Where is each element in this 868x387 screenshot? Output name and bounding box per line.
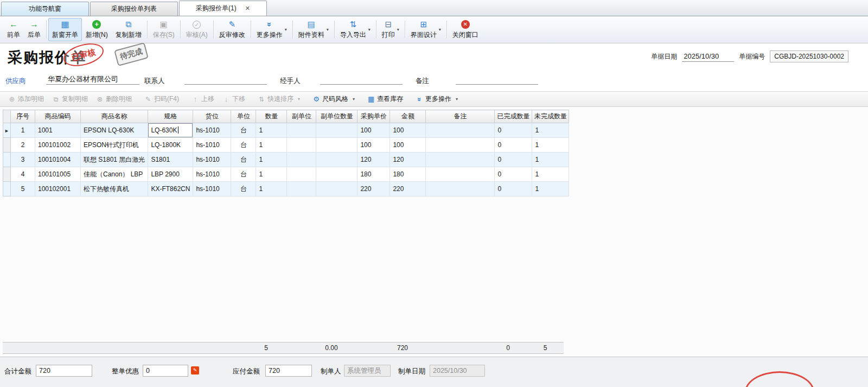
- table-cell[interactable]: 台: [231, 153, 256, 167]
- payable-amount-input[interactable]: 720: [265, 365, 312, 377]
- table-cell[interactable]: 180: [390, 167, 426, 182]
- column-header[interactable]: 商品编码: [35, 110, 81, 123]
- table-cell[interactable]: 120: [390, 153, 426, 167]
- table-cell[interactable]: 120: [358, 153, 390, 167]
- table-cell[interactable]: 1001: [35, 123, 81, 138]
- table-cell[interactable]: 佳能（Canon） LBP: [81, 167, 148, 182]
- column-header[interactable]: 序号: [11, 110, 35, 123]
- table-cell[interactable]: 4: [11, 167, 35, 182]
- table-cell[interactable]: 1: [532, 153, 569, 167]
- table-cell[interactable]: 1: [256, 123, 287, 138]
- table-cell[interactable]: [316, 123, 358, 138]
- table-cell[interactable]: 220: [390, 182, 426, 196]
- table-cell[interactable]: 松下热敏传真机: [81, 182, 148, 196]
- table-cell[interactable]: [426, 123, 495, 138]
- table-cell[interactable]: [287, 138, 316, 153]
- new-window-button[interactable]: ▦新窗开单: [48, 18, 82, 41]
- table-cell[interactable]: 100102001: [35, 182, 81, 196]
- attachments-button[interactable]: ▤附件资料▾: [295, 18, 333, 41]
- add-detail-button[interactable]: ⊕添加明细: [4, 93, 48, 105]
- tab-quote-form-active[interactable]: 采购报价单(1) ✕: [179, 1, 267, 16]
- table-cell[interactable]: 0: [495, 182, 532, 196]
- delete-detail-button[interactable]: ⊗删除明细: [92, 93, 136, 105]
- table-cell[interactable]: 台: [231, 138, 256, 153]
- table-cell[interactable]: 1: [532, 167, 569, 182]
- column-header[interactable]: 单位: [231, 110, 256, 123]
- total-amount-input[interactable]: 720: [36, 365, 92, 377]
- prev-doc-button[interactable]: ←前单: [3, 18, 24, 41]
- table-cell[interactable]: [426, 138, 495, 153]
- column-header[interactable]: 已完成数量: [495, 110, 532, 123]
- discount-input[interactable]: 0: [143, 365, 188, 377]
- table-cell[interactable]: LQ-630K: [148, 123, 193, 138]
- table-cell[interactable]: [287, 123, 316, 138]
- column-header[interactable]: 数量: [256, 110, 287, 123]
- table-cell[interactable]: [426, 182, 495, 196]
- discount-edit-icon[interactable]: ✎: [191, 366, 199, 375]
- column-header[interactable]: 商品名称: [81, 110, 148, 123]
- remark-input[interactable]: [456, 74, 538, 85]
- move-up-button[interactable]: ↑上移: [188, 93, 218, 105]
- column-header[interactable]: 未完成数量: [532, 110, 569, 123]
- contact-input[interactable]: [184, 74, 267, 85]
- table-cell[interactable]: KX-FT862CN: [148, 182, 193, 196]
- table-cell[interactable]: 100: [390, 138, 426, 153]
- row-indicator[interactable]: ►: [3, 123, 11, 138]
- table-cell[interactable]: [316, 153, 358, 167]
- table-cell[interactable]: hs-1010: [193, 138, 231, 153]
- close-tab-icon[interactable]: ✕: [245, 5, 250, 12]
- table-cell[interactable]: 1: [532, 182, 569, 196]
- table-cell[interactable]: 2: [11, 138, 35, 153]
- close-window-button[interactable]: ✕关闭窗口: [449, 18, 482, 41]
- table-cell[interactable]: 5: [11, 182, 35, 196]
- move-down-button[interactable]: ↓下移: [219, 93, 249, 105]
- column-header[interactable]: 采购单价: [358, 110, 390, 123]
- ui-design-button[interactable]: ⊞界面设计▾: [407, 18, 445, 41]
- next-doc-button[interactable]: →后单: [24, 18, 44, 41]
- column-header[interactable]: 备注: [426, 110, 495, 123]
- table-cell[interactable]: EPSON LQ-630K: [81, 123, 148, 138]
- supplier-label[interactable]: 供应商: [5, 77, 26, 86]
- table-cell[interactable]: 1: [256, 153, 287, 167]
- table-cell[interactable]: S1801: [148, 153, 193, 167]
- audit-button[interactable]: ✓审核(A): [182, 18, 212, 41]
- table-cell[interactable]: LQ-1800K: [148, 138, 193, 153]
- table-cell[interactable]: LBP 2900: [148, 167, 193, 182]
- row-indicator[interactable]: [3, 167, 11, 182]
- more-actions-button[interactable]: »更多操作▾: [253, 18, 291, 41]
- table-cell[interactable]: 0: [495, 167, 532, 182]
- table-cell[interactable]: [316, 167, 358, 182]
- print-button[interactable]: ⊟打印▾: [378, 18, 403, 41]
- quick-sort-button[interactable]: ⇅快速排序▾: [254, 93, 304, 105]
- tab-function-nav[interactable]: 功能导航窗: [1, 2, 89, 16]
- table-cell[interactable]: 1: [532, 123, 569, 138]
- supplier-input[interactable]: 华夏办公器材有限公司: [46, 74, 139, 85]
- table-cell[interactable]: 台: [231, 167, 256, 182]
- table-cell[interactable]: [426, 167, 495, 182]
- table-cell[interactable]: [287, 182, 316, 196]
- import-export-button[interactable]: ⇅导入导出▾: [336, 18, 374, 41]
- table-cell[interactable]: 联想 S1801 黑白激光: [81, 153, 148, 167]
- table-cell[interactable]: 3: [11, 153, 35, 167]
- doc-no-input[interactable]: CGBJD-20251030-0002: [770, 50, 848, 62]
- table-cell[interactable]: 100: [358, 123, 390, 138]
- table-cell[interactable]: 0: [495, 123, 532, 138]
- table-cell[interactable]: 1: [256, 138, 287, 153]
- handler-input[interactable]: [320, 74, 403, 85]
- table-cell[interactable]: hs-1010: [193, 153, 231, 167]
- table-cell[interactable]: 1: [532, 138, 569, 153]
- table-cell[interactable]: [287, 167, 316, 182]
- table-cell[interactable]: 台: [231, 182, 256, 196]
- column-header[interactable]: 规格: [148, 110, 193, 123]
- copy-new-button[interactable]: ⧉复制新增: [112, 18, 145, 41]
- table-cell[interactable]: [287, 153, 316, 167]
- tab-quote-list[interactable]: 采购报价单列表: [90, 2, 178, 16]
- size-style-button[interactable]: ⚙尺码风格▾: [309, 93, 359, 105]
- row-indicator[interactable]: [3, 153, 11, 167]
- table-cell[interactable]: [316, 182, 358, 196]
- table-cell[interactable]: hs-1010: [193, 182, 231, 196]
- table-cell[interactable]: EPSON针式打印机: [81, 138, 148, 153]
- table-cell[interactable]: 1: [11, 123, 35, 138]
- save-button[interactable]: ▣保存(S): [149, 18, 178, 41]
- more-detail-actions-button[interactable]: »更多操作▾: [412, 93, 462, 105]
